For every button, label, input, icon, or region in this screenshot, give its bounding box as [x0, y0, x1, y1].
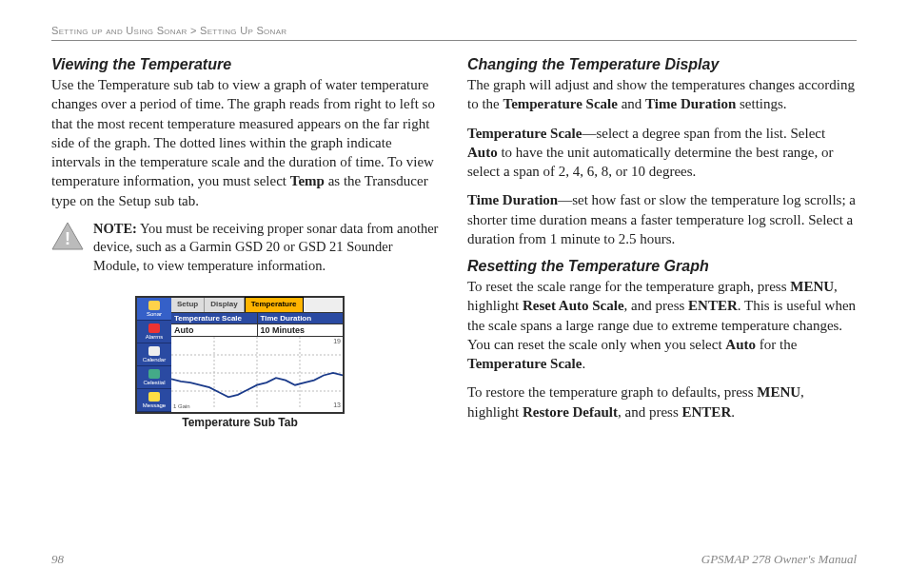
- sidebar-item-calendar[interactable]: Calendar: [137, 343, 171, 366]
- heading-resetting-graph: Resetting the Temperature Graph: [467, 258, 857, 275]
- device-sidebar: Sonar Alarms Calendar Celestial Message: [137, 298, 171, 412]
- sidebar-item-celestial[interactable]: Celestial: [137, 366, 171, 389]
- temperature-graph: 19 13 1 Gain: [171, 337, 343, 409]
- breadcrumb-section: Setting up and Using Sonar: [51, 25, 188, 36]
- page-number: 98: [51, 552, 64, 567]
- left-column: Viewing the Temperature Use the Temperat…: [51, 50, 441, 431]
- figure-caption: Temperature Sub Tab: [135, 416, 345, 429]
- note-block: ! NOTE: You must be receiving proper son…: [51, 220, 441, 285]
- x-axis-label: 1 Gain: [173, 403, 190, 409]
- device-tabs: Setup Display Temperature: [171, 298, 343, 313]
- breadcrumb: Setting up and Using Sonar > Setting Up …: [51, 25, 857, 41]
- para-reset-scale: To reset the scale range for the tempera…: [467, 277, 857, 373]
- sidebar-item-sonar[interactable]: Sonar: [137, 298, 171, 321]
- breadcrumb-page: Setting Up Sonar: [200, 25, 286, 36]
- para-restore-default: To restore the temperature graph to defa…: [467, 382, 857, 421]
- tab-setup[interactable]: Setup: [171, 298, 205, 312]
- heading-changing-display: Changing the Temperature Display: [467, 56, 857, 73]
- device-screenshot: Sonar Alarms Calendar Celestial Message …: [135, 296, 345, 414]
- svg-text:!: !: [65, 229, 70, 248]
- sidebar-item-alarms[interactable]: Alarms: [137, 321, 171, 343]
- right-column: Changing the Temperature Display The gra…: [467, 50, 857, 431]
- para-viewing-temp: Use the Temperature sub tab to view a gr…: [51, 75, 441, 210]
- para-temp-scale: Temperature Scale—select a degree span f…: [467, 124, 857, 182]
- sidebar-item-message[interactable]: Message: [137, 389, 171, 412]
- field-temp-scale[interactable]: Temperature Scale Auto: [171, 313, 258, 336]
- page-footer: 98 GPSMAP 278 Owner's Manual: [51, 552, 857, 567]
- para-time-duration: Time Duration—set how fast or slow the t…: [467, 190, 857, 248]
- note-text: NOTE: You must be receiving proper sonar…: [93, 220, 441, 276]
- manual-title: GPSMAP 278 Owner's Manual: [701, 552, 857, 567]
- device-figure: Sonar Alarms Calendar Celestial Message …: [135, 296, 441, 429]
- tab-display[interactable]: Display: [205, 298, 244, 312]
- heading-viewing-temp: Viewing the Temperature: [51, 56, 441, 73]
- tab-temperature[interactable]: Temperature: [245, 297, 304, 312]
- warning-icon: !: [51, 222, 84, 250]
- para-change-intro: The graph will adjust and show the tempe…: [467, 75, 857, 114]
- field-time-duration[interactable]: Time Duration 10 Minutes: [258, 313, 344, 336]
